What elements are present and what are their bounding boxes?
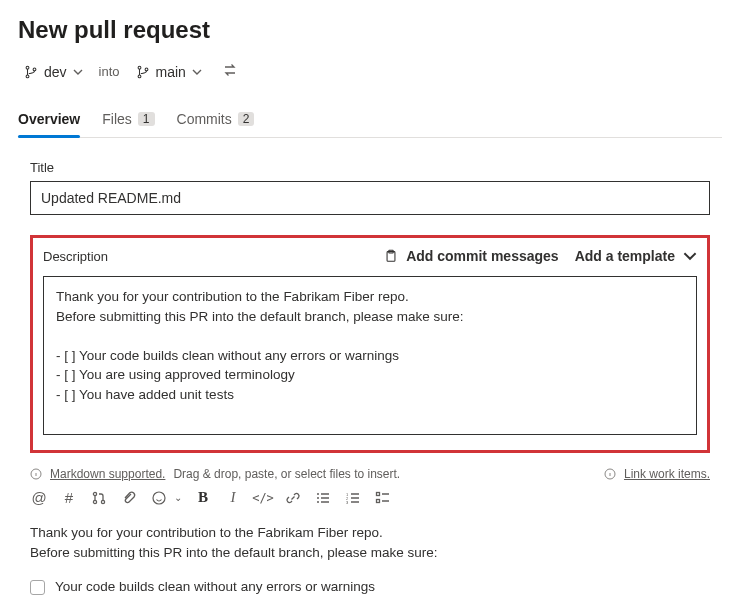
- branch-icon: [136, 65, 150, 79]
- svg-point-15: [317, 497, 319, 499]
- chevron-down-icon: [73, 67, 83, 77]
- svg-point-1: [26, 74, 29, 77]
- commits-count-badge: 2: [238, 112, 255, 126]
- preview-line: Before submitting this PR into the defau…: [30, 545, 437, 560]
- svg-rect-21: [377, 499, 380, 502]
- tab-files[interactable]: Files 1: [102, 105, 154, 137]
- preview-check-item: Your code builds clean without any error…: [30, 577, 710, 597]
- tab-commits[interactable]: Commits 2: [177, 105, 255, 137]
- svg-point-3: [138, 66, 141, 69]
- branch-selector-row: dev into main: [18, 58, 722, 85]
- title-label: Title: [30, 160, 710, 175]
- chevron-down-icon[interactable]: ⌄: [174, 492, 182, 503]
- branch-icon: [24, 65, 38, 79]
- svg-point-11: [93, 500, 96, 503]
- chevron-down-icon: [683, 249, 697, 263]
- smile-icon: [151, 490, 167, 506]
- swap-branches-button[interactable]: [218, 58, 242, 85]
- preview-check-label: Your code builds clean without any error…: [55, 577, 375, 597]
- hash-button[interactable]: #: [60, 489, 78, 507]
- tab-label: Files: [102, 111, 132, 127]
- description-textarea[interactable]: [43, 276, 697, 435]
- info-icon: [30, 468, 42, 480]
- code-button[interactable]: </>: [254, 489, 272, 507]
- info-icon: [604, 468, 616, 480]
- preview-line: Thank you for your contribution to the F…: [30, 525, 383, 540]
- add-template-button[interactable]: Add a template: [575, 248, 697, 264]
- tab-overview[interactable]: Overview: [18, 105, 80, 137]
- files-count-badge: 1: [138, 112, 155, 126]
- link-work-items-link[interactable]: Link work items.: [624, 467, 710, 481]
- clipboard-icon: [384, 249, 398, 263]
- attach-button[interactable]: [120, 489, 138, 507]
- svg-point-4: [138, 74, 141, 77]
- description-preview: Thank you for your contribution to the F…: [18, 517, 722, 602]
- target-branch-picker[interactable]: main: [130, 60, 208, 84]
- source-branch-name: dev: [44, 64, 67, 80]
- checkbox[interactable]: [30, 580, 45, 595]
- svg-point-2: [33, 67, 36, 70]
- button-label: Add commit messages: [406, 248, 559, 264]
- svg-point-12: [101, 500, 104, 503]
- button-label: Add a template: [575, 248, 675, 264]
- swap-icon: [222, 62, 238, 78]
- link-icon: [285, 490, 301, 506]
- editor-hints: Markdown supported. Drag & drop, paste, …: [18, 463, 722, 483]
- svg-text:3: 3: [346, 499, 349, 504]
- tab-label: Commits: [177, 111, 232, 127]
- emoji-button[interactable]: [150, 489, 168, 507]
- drop-hint: Drag & drop, paste, or select files to i…: [173, 467, 596, 481]
- svg-point-14: [317, 493, 319, 495]
- svg-point-10: [93, 492, 96, 495]
- paperclip-icon: [121, 490, 137, 506]
- mention-button[interactable]: @: [30, 489, 48, 507]
- pr-icon: [91, 490, 107, 506]
- svg-point-13: [153, 492, 165, 504]
- source-branch-picker[interactable]: dev: [18, 60, 89, 84]
- page-title: New pull request: [18, 16, 722, 44]
- markdown-supported-link[interactable]: Markdown supported.: [50, 467, 165, 481]
- tab-label: Overview: [18, 111, 80, 127]
- svg-rect-20: [377, 492, 380, 495]
- link-button[interactable]: [284, 489, 302, 507]
- into-label: into: [99, 64, 120, 79]
- chevron-down-icon: [192, 67, 202, 77]
- bullet-list-icon: [315, 490, 331, 506]
- numbered-list-icon: 123: [345, 490, 361, 506]
- title-input[interactable]: [30, 181, 710, 215]
- bold-button[interactable]: B: [194, 489, 212, 507]
- pr-ref-button[interactable]: [90, 489, 108, 507]
- add-commit-messages-button[interactable]: Add commit messages: [384, 248, 559, 264]
- checklist-icon: [375, 490, 391, 506]
- svg-point-5: [145, 67, 148, 70]
- target-branch-name: main: [156, 64, 186, 80]
- svg-point-0: [26, 66, 29, 69]
- svg-point-16: [317, 501, 319, 503]
- description-label: Description: [43, 249, 368, 264]
- numbered-list-button[interactable]: 123: [344, 489, 362, 507]
- markdown-toolbar: @ # ⌄ B I </> 123: [18, 483, 722, 517]
- bullet-list-button[interactable]: [314, 489, 332, 507]
- italic-button[interactable]: I: [224, 489, 242, 507]
- checklist-button[interactable]: [374, 489, 392, 507]
- description-highlight: Description Add commit messages Add a te…: [30, 235, 710, 453]
- tabs: Overview Files 1 Commits 2: [18, 105, 722, 138]
